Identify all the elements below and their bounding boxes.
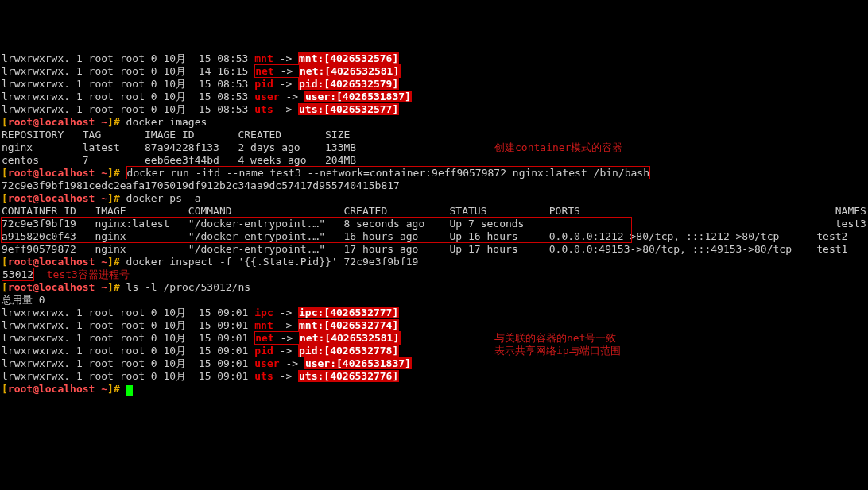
annotation-create-container: 创建container模式的容器 bbox=[494, 141, 622, 154]
ps-row: a915820c0f43 nginx "/docker-entrypoint.…… bbox=[2, 230, 866, 243]
prompt-line[interactable]: [root@localhost ~]# bbox=[2, 383, 866, 395]
ns-line: lrwxrwxrwx. 1 root root 0 10月 15 08:53 p… bbox=[2, 78, 866, 91]
cmd-line: [root@localhost ~]# ls -l /proc/53012/ns bbox=[2, 281, 866, 294]
ns-line: lrwxrwxrwx. 1 root root 0 10月 15 09:01 u… bbox=[2, 357, 866, 370]
images-header: REPOSITORY TAG IMAGE ID CREATED SIZE bbox=[2, 129, 866, 141]
annotation-net-match: 与关联的容器的net号一致 bbox=[494, 332, 616, 345]
cmd-line: [root@localhost ~]# docker inspect -f '{… bbox=[2, 256, 866, 268]
ns-line: lrwxrwxrwx. 1 root root 0 10月 15 08:53 u… bbox=[2, 91, 866, 103]
image-row: nginx latest 87a94228f133 2 days ago 133… bbox=[2, 141, 866, 154]
ns-line: lrwxrwxrwx. 1 root root 0 10月 15 09:01 p… bbox=[2, 345, 866, 357]
ns-line: lrwxrwxrwx. 1 root root 0 10月 14 16:15 n… bbox=[2, 65, 866, 78]
ns-line: lrwxrwxrwx. 1 root root 0 10月 15 09:01 n… bbox=[2, 332, 866, 345]
ns-line: lrwxrwxrwx. 1 root root 0 10月 15 09:01 i… bbox=[2, 307, 866, 319]
cursor-icon bbox=[126, 385, 133, 396]
annotation-pid: test3容器进程号 bbox=[47, 268, 130, 280]
command: docker ps -a bbox=[126, 192, 201, 204]
total-line: 总用量 0 bbox=[2, 294, 866, 307]
command-run: docker run -itd --name test3 --network=c… bbox=[126, 166, 650, 179]
ns-line: lrwxrwxrwx. 1 root root 0 10月 15 09:01 m… bbox=[2, 319, 866, 332]
command: ls -l /proc/53012/ns bbox=[126, 281, 251, 293]
annotation-net-share: 表示共享网络ip与端口范围 bbox=[494, 345, 621, 357]
ps-header: CONTAINER ID IMAGE COMMAND CREATED STATU… bbox=[2, 205, 866, 218]
ps-row: 9eff90579872 nginx "/docker-entrypoint.…… bbox=[2, 243, 866, 256]
image-row: centos 7 eeb6ee3f44bd 4 weeks ago 204MB bbox=[2, 154, 866, 167]
ns-line: lrwxrwxrwx. 1 root root 0 10月 15 08:53 m… bbox=[2, 52, 866, 65]
cmd-line: [root@localhost ~]# docker ps -a bbox=[2, 192, 866, 205]
pid-output: 53012 test3容器进程号 bbox=[2, 268, 866, 281]
command: docker inspect -f '{{.State.Pid}}' 72c9e… bbox=[126, 256, 419, 268]
ns-line: lrwxrwxrwx. 1 root root 0 10月 15 08:53 u… bbox=[2, 103, 866, 116]
ps-row: 72c9e3f9bf19 nginx:latest "/docker-entry… bbox=[2, 218, 866, 230]
cmd-line: [root@localhost ~]# docker images bbox=[2, 116, 866, 129]
ns-line: lrwxrwxrwx. 1 root root 0 10月 15 09:01 u… bbox=[2, 370, 866, 383]
cmd-line: [root@localhost ~]# docker run -itd --na… bbox=[2, 167, 866, 179]
run-output: 72c9e3f9bf1981cedc2eafa1705019df912b2c34… bbox=[2, 179, 866, 192]
terminal-output: lrwxrwxrwx. 1 root root 0 10月 15 08:53 m… bbox=[2, 52, 866, 395]
command: docker images bbox=[126, 116, 207, 128]
